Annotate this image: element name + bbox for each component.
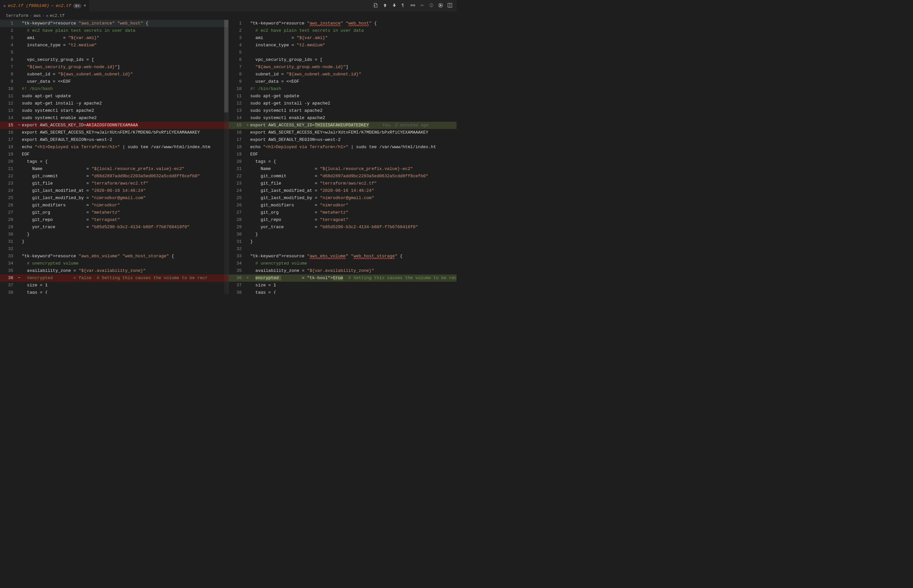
code-line[interactable]: 2 # ec2 have plain text secrets in user … xyxy=(0,27,228,34)
code-line[interactable]: 35 availability_zone = "${var.availabili… xyxy=(229,267,457,275)
code-line[interactable]: 30 } xyxy=(229,231,457,238)
code-content[interactable]: git_commit = "d68d2897add9bc2203a5ed0632… xyxy=(250,173,457,180)
code-content[interactable]: Name = "${local.resource_prefix.value}-e… xyxy=(250,165,457,173)
code-content[interactable] xyxy=(21,246,228,253)
code-line[interactable]: 34 # unencrypted volume xyxy=(229,260,457,267)
code-content[interactable]: git_last_modified_by = "nimrodkor@gmail.… xyxy=(250,194,457,202)
code-content[interactable]: tags = { xyxy=(250,158,457,165)
code-line[interactable]: 37 size = 1 xyxy=(229,282,457,289)
code-line[interactable]: 14sudo systemctl enable apache2 xyxy=(229,115,457,122)
code-content[interactable]: "tk-keyword">resource "aws_instance" "we… xyxy=(250,20,457,27)
code-line[interactable]: 23 git_file = "terraform/aws/ec2.tf" xyxy=(229,180,457,187)
code-line[interactable]: 13sudo systemctl start apache2 xyxy=(0,107,228,115)
code-content[interactable]: } xyxy=(250,231,457,238)
code-content[interactable]: sudo apt-get install -y apache2 xyxy=(21,100,228,107)
code-content[interactable]: git_last_modified_by = "nimrodkor@gmail.… xyxy=(21,194,228,202)
code-line[interactable]: 11sudo apt-get update xyxy=(0,93,228,100)
code-line[interactable]: 21 Name = "${local.resource_prefix.value… xyxy=(0,165,228,173)
code-line[interactable]: 24 git_last_modified_at = "2020-06-16 14… xyxy=(229,187,457,194)
code-content[interactable]: tags = { xyxy=(21,158,228,165)
code-line[interactable]: 25 git_last_modified_by = "nimrodkor@gma… xyxy=(229,194,457,202)
breadcrumb-seg[interactable]: terraform xyxy=(6,14,29,18)
code-content[interactable]: "tk-keyword">resource "aws_ebs_volume" "… xyxy=(21,253,228,260)
code-line[interactable]: 15+export AWS_ACCESS_KEY_ID=THISISAFAKEU… xyxy=(229,122,457,129)
code-content[interactable]: subnet_id = "${aws_subnet.web_subnet.id}… xyxy=(21,71,228,78)
code-line[interactable]: 33"tk-keyword">resource "aws_ebs_volume"… xyxy=(0,253,228,260)
code-content[interactable]: export AWS_SECRET_ACCESS_KEY=wJalrXUtnFE… xyxy=(250,129,457,136)
code-content[interactable]: vpc_security_group_ids = [ xyxy=(21,56,228,63)
code-content[interactable]: availability_zone = "${var.availability_… xyxy=(21,267,228,275)
breadcrumb-seg[interactable]: aws xyxy=(33,14,41,18)
code-content[interactable]: git_last_modified_at = "2020-06-16 14:46… xyxy=(250,187,457,194)
run-icon[interactable] xyxy=(438,3,443,9)
code-content[interactable]: git_modifiers = "nimrodkor" xyxy=(250,202,457,209)
code-line[interactable]: 13sudo systemctl start apache2 xyxy=(229,107,457,115)
toggle-inline-icon[interactable] xyxy=(429,3,434,9)
code-content[interactable]: # unencrypted volume xyxy=(21,260,228,267)
code-line[interactable]: 30 } xyxy=(0,231,228,238)
code-line[interactable]: 14sudo systemctl enable apache2 xyxy=(0,115,228,122)
breadcrumb-seg[interactable]: ec2.tf xyxy=(50,14,65,18)
code-content[interactable]: yor_trace = "b85d5290-b3c2-4134-b60f-f7b… xyxy=(21,224,228,231)
code-content[interactable]: git_org = "metahertz" xyxy=(250,209,457,216)
code-line[interactable]: 2 # ec2 have plain text secrets in user … xyxy=(229,27,457,34)
code-line[interactable]: 3 ami = "${var.ami}" xyxy=(0,34,228,42)
code-content[interactable]: instance_type = "t2.medium" xyxy=(250,42,457,49)
code-line[interactable]: 15−export AWS_ACCESS_KEY_ID=AKIAIOSFODNN… xyxy=(0,122,228,129)
code-line[interactable]: 34 # unencrypted volume xyxy=(0,260,228,267)
code-line[interactable]: 27 git_org = "metahertz" xyxy=(0,209,228,216)
code-line[interactable]: 19EOF xyxy=(229,151,457,158)
diff-pane-modified[interactable]: 1"tk-keyword">resource "aws_instance" "w… xyxy=(229,20,457,294)
split-editor-icon[interactable] xyxy=(447,3,452,9)
code-line[interactable]: 1"tk-keyword">resource "aws_instance" "w… xyxy=(229,20,457,27)
code-line[interactable]: 38 tags = { xyxy=(0,289,228,294)
code-content[interactable]: sudo apt-get update xyxy=(21,93,228,100)
code-content[interactable] xyxy=(250,49,457,56)
whitespace-icon[interactable]: ¶ xyxy=(401,3,406,9)
code-line[interactable]: 22 git_commit = "d68d2897add9bc2203a5ed0… xyxy=(0,173,228,180)
code-content[interactable]: # ec2 have plain text secrets in user da… xyxy=(21,27,228,34)
code-line[interactable]: 36− #encrypted = false # Setting this ca… xyxy=(0,275,228,282)
code-line[interactable]: 31} xyxy=(0,238,228,246)
code-content[interactable]: tags = { xyxy=(21,289,228,294)
code-content[interactable]: "${aws_security_group.web-node.id}"] xyxy=(250,63,457,71)
code-content[interactable]: vpc_security_group_ids = [ xyxy=(250,56,457,63)
code-line[interactable]: 7 "${aws_security_group.web-node.id}"] xyxy=(229,63,457,71)
code-content[interactable]: ami = "${var.ami}" xyxy=(21,34,228,42)
code-line[interactable]: 27 git_org = "metahertz" xyxy=(229,209,457,216)
swap-icon[interactable] xyxy=(410,3,415,9)
code-content[interactable]: git_repo = "terragoat" xyxy=(250,216,457,224)
code-content[interactable]: size = 1 xyxy=(250,282,457,289)
code-content[interactable]: subnet_id = "${aws_subnet.web_subnet.id}… xyxy=(250,71,457,78)
code-content[interactable]: sudo apt-get install -y apache2 xyxy=(250,100,457,107)
code-content[interactable]: size = 1 xyxy=(21,282,228,289)
prev-change-icon[interactable] xyxy=(382,3,388,9)
code-content[interactable]: EOF xyxy=(21,151,228,158)
code-line[interactable]: 32 xyxy=(229,246,457,253)
code-line[interactable]: 7 "${aws_security_group.web-node.id}"] xyxy=(0,63,228,71)
code-content[interactable]: EOF xyxy=(250,151,457,158)
code-line[interactable]: 36+ encrypted = "tk-bool">true # Setting… xyxy=(229,275,457,282)
diff-pane-original[interactable]: 1"tk-keyword">resource "aws_instance" "w… xyxy=(0,20,229,294)
code-line[interactable]: 10#! /bin/bash xyxy=(0,85,228,93)
code-content[interactable]: } xyxy=(21,231,228,238)
code-content[interactable]: export AWS_DEFAULT_REGION=us-west-2 xyxy=(250,136,457,144)
code-line[interactable]: 6 vpc_security_group_ids = [ xyxy=(229,56,457,63)
next-change-icon[interactable] xyxy=(392,3,397,9)
code-content[interactable]: "${aws_security_group.web-node.id}"] xyxy=(21,63,228,71)
code-line[interactable]: 21 Name = "${local.resource_prefix.value… xyxy=(229,165,457,173)
code-content[interactable]: #encrypted = false # Setting this causes… xyxy=(21,275,228,282)
code-line[interactable]: 3 ami = "${var.ami}" xyxy=(229,34,457,42)
code-content[interactable]: yor_trace = "b85d5290-b3c2-4134-b60f-f7b… xyxy=(250,224,457,231)
code-content[interactable]: #! /bin/bash xyxy=(21,85,228,93)
code-line[interactable]: 12sudo apt-get install -y apache2 xyxy=(229,100,457,107)
code-content[interactable]: echo "<h1>Deployed via Terraform</h1>" |… xyxy=(21,144,228,151)
code-line[interactable]: 16export AWS_SECRET_ACCESS_KEY=wJalrXUtn… xyxy=(0,129,228,136)
code-content[interactable]: git_org = "metahertz" xyxy=(21,209,228,216)
code-content[interactable]: user_data = <<EOF xyxy=(21,78,228,85)
code-line[interactable]: 11sudo apt-get update xyxy=(229,93,457,100)
code-content[interactable]: } xyxy=(250,238,457,246)
code-content[interactable]: sudo systemctl enable apache2 xyxy=(250,115,457,122)
code-line[interactable]: 32 xyxy=(0,246,228,253)
code-content[interactable]: "tk-keyword">resource "aws_instance" "we… xyxy=(21,20,228,27)
